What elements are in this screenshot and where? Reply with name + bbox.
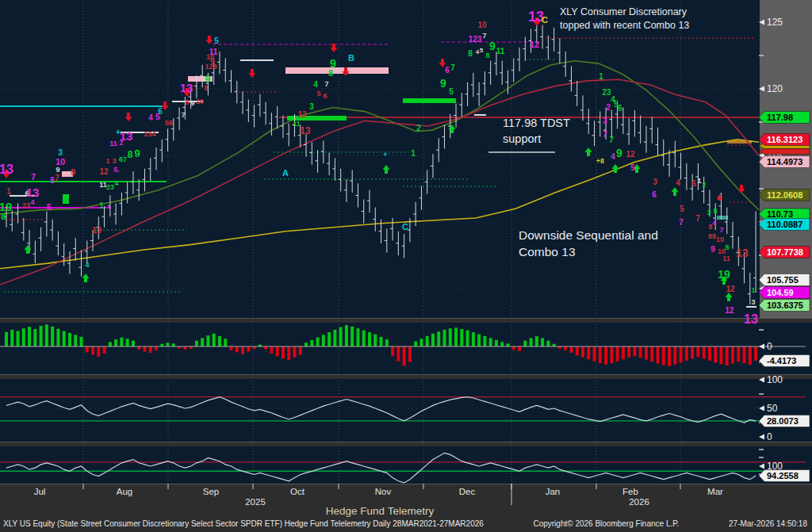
histogram-bar (680, 346, 683, 362)
price-label-text: 112.0608 (767, 190, 802, 200)
demark-count: 3 (707, 209, 710, 216)
histogram-bar (28, 327, 31, 346)
demark-count: 4 (148, 113, 153, 122)
demark-count: 10 (477, 21, 487, 29)
histogram-bar (322, 335, 325, 346)
histogram-bar (610, 346, 613, 363)
histogram-bar (530, 338, 533, 346)
td-box (63, 194, 69, 204)
panel-divider-edge (0, 442, 812, 442)
histogram-bar (714, 346, 717, 362)
demark-count: 3 (112, 157, 116, 165)
histogram-bar (385, 339, 389, 346)
histogram-panel-bg[interactable] (0, 323, 812, 374)
histogram-bar (345, 325, 348, 346)
histogram-bar (97, 346, 100, 357)
demark-count: 89 (708, 232, 716, 240)
histogram-bar (454, 327, 458, 346)
demark-count: 9 (210, 57, 215, 66)
demark-count: 7 (181, 111, 185, 119)
histogram-bar (218, 336, 221, 346)
demark-count: 7 (609, 136, 614, 144)
demark-count: 2 (119, 139, 123, 147)
axis-minor-tick (759, 449, 764, 450)
histogram-bar (391, 346, 394, 356)
histogram-bar (339, 327, 343, 346)
month-label: Feb (622, 487, 638, 496)
histogram-bar (126, 339, 129, 346)
histogram-bar (236, 346, 239, 352)
demark-count: 11 (496, 47, 505, 55)
histogram-bar (708, 346, 711, 361)
histogram-bar (437, 331, 440, 346)
demark-count: 1 (99, 201, 104, 210)
histogram-bar (137, 346, 140, 350)
demark-count: 9 (134, 147, 140, 159)
demark-count: 12 (530, 40, 539, 49)
month-label: Jul (34, 487, 46, 496)
histogram-bar (495, 340, 498, 346)
demark-count: 4 (712, 219, 716, 227)
demark-count: 5 (316, 90, 320, 98)
demark-count: 5 (449, 87, 454, 96)
histogram-bar (68, 333, 71, 346)
histogram-bar (443, 330, 446, 346)
chart-canvas[interactable]: 131761319234588731099125.11234110+131128… (0, 0, 812, 532)
histogram-bar (33, 329, 36, 346)
histogram-bar (489, 338, 492, 346)
histogram-bar (645, 346, 648, 360)
demark-count: 8 (328, 68, 333, 78)
histogram-bar (426, 336, 429, 346)
axis-minor-tick (759, 55, 764, 56)
histogram-bar (587, 346, 590, 359)
demark-count: 3 (58, 148, 63, 157)
demark-count: 12 (726, 285, 735, 293)
axis-tick-label: 50 (767, 403, 778, 414)
histogram-bar (380, 337, 383, 346)
demark-count: 4 (114, 179, 118, 187)
wave-letter: B (348, 53, 354, 63)
td-box (285, 67, 389, 74)
demark-count: 7 (324, 80, 328, 88)
demark-count: 6 (158, 107, 163, 116)
oscillator1-panel-bg[interactable] (0, 379, 812, 442)
histogram-bar (167, 343, 170, 346)
month-label: Oct (290, 487, 305, 496)
demark-count: 6 (618, 104, 622, 113)
demark-count: 12 (297, 110, 307, 119)
histogram-bar (599, 346, 602, 363)
axis-minor-tick (759, 188, 764, 189)
histogram-bar (132, 341, 135, 346)
histogram-bar (754, 346, 757, 361)
histogram-bar (535, 336, 538, 346)
histogram-bar (581, 346, 584, 358)
histogram-bar (327, 332, 331, 346)
histogram-bar (56, 329, 59, 346)
histogram-bar (91, 346, 94, 355)
histogram-bar (310, 340, 313, 346)
axis-tick-label: 100 (767, 374, 783, 385)
histogram-bar (201, 338, 204, 346)
histogram-bar (373, 335, 377, 346)
price-label-text: 94.2558 (767, 471, 799, 480)
histogram-bar (749, 346, 752, 365)
oscillator2-panel-bg[interactable] (0, 446, 812, 484)
demark-count: + (383, 151, 387, 159)
demark-count: 4 (85, 261, 89, 269)
price-label-text: 104.59 (767, 288, 794, 297)
demark-count: 3 (751, 298, 755, 306)
chart-svg: 131761319234588731099125.11234110+131128… (0, 0, 812, 532)
price-label-text: 28.0073 (767, 416, 799, 426)
histogram-bar (362, 331, 366, 346)
histogram-bar (518, 346, 521, 351)
histogram-bar (483, 336, 486, 346)
demark-count: 9 (56, 166, 59, 174)
histogram-bar (51, 327, 54, 346)
demark-count: 5 (214, 36, 219, 45)
histogram-bar (40, 326, 43, 346)
demark-count: 10 (716, 235, 724, 243)
panel-divider-edge (0, 374, 812, 375)
histogram-bar (183, 346, 186, 350)
histogram-bar (155, 346, 158, 350)
histogram-bar (299, 346, 302, 355)
